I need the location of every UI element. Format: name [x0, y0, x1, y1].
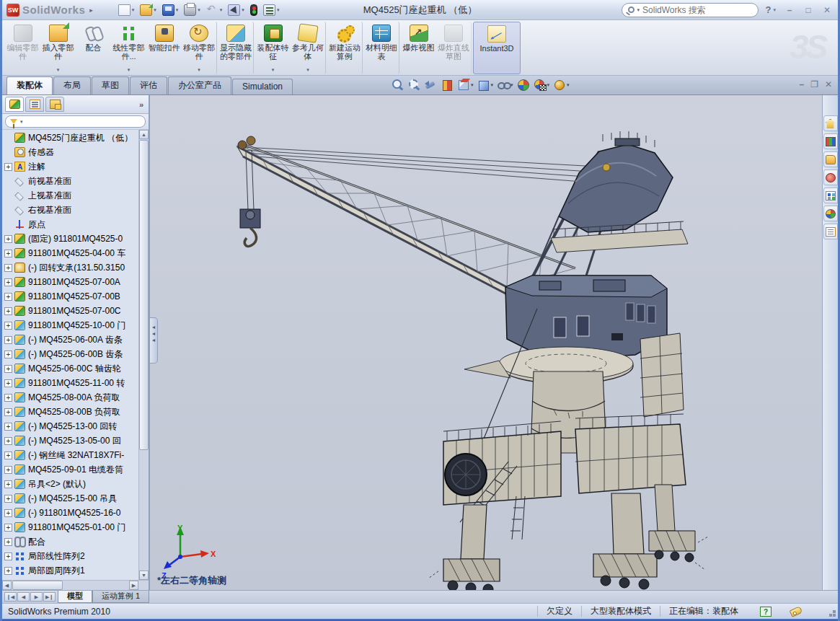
dropdown-arrow[interactable]: ▾: [547, 82, 550, 88]
ribbon-button[interactable]: 移动零部件 ▾: [182, 22, 217, 74]
close-button[interactable]: ✕: [819, 4, 835, 17]
tree-item[interactable]: + 911801MQ4525-10-00 门: [2, 318, 138, 332]
view-toolbar-button[interactable]: ▾: [390, 78, 404, 92]
task-pane-button[interactable]: [823, 133, 838, 149]
search-input[interactable]: [642, 5, 751, 15]
dropdown-arrow[interactable]: ▾: [491, 82, 494, 88]
tree-item[interactable]: + 吊具<2> (默认): [2, 477, 138, 491]
tree-item[interactable]: + 911801MQ4525-01-00 门: [2, 520, 138, 534]
ribbon-button[interactable]: Instant3D ▾: [473, 22, 521, 74]
quick-toolbar-button[interactable]: ▾: [138, 3, 159, 17]
document-tab[interactable]: 模型: [58, 591, 92, 603]
resize-grip[interactable]: [833, 614, 836, 617]
tree-item[interactable]: + (-) MQ4525-06-00B 齿条: [2, 347, 138, 361]
view-toolbar-button[interactable]: ▾: [496, 78, 514, 92]
expand-toggle[interactable]: +: [4, 552, 12, 560]
tree-item[interactable]: + (-) 回转支承(131.50.3150: [2, 260, 138, 275]
expand-toggle[interactable]: +: [4, 163, 12, 171]
tree-filter-field[interactable]: ▾: [5, 115, 146, 128]
view-toolbar-button[interactable]: ▾: [516, 78, 531, 92]
tree-item[interactable]: + (固定) 911801MQ4525-0: [2, 232, 138, 246]
task-pane-button[interactable]: [823, 151, 838, 167]
ribbon-button[interactable]: 智能扣件 ▾: [146, 22, 182, 74]
ribbon-button[interactable]: 显示隐藏的零部件 ▾: [218, 22, 254, 74]
scrollbar-thumb[interactable]: [139, 140, 149, 450]
tab-scroll-prev-button[interactable]: ◀: [17, 592, 30, 602]
tree-item[interactable]: + 传感器: [2, 145, 138, 159]
configuration-manager-tab[interactable]: [45, 97, 64, 112]
document-tab[interactable]: 运动算例 1: [92, 591, 149, 603]
ribbon-button[interactable]: 线性零部件... ▾: [111, 22, 146, 74]
expand-toggle[interactable]: +: [4, 408, 12, 416]
dropdown-arrow[interactable]: ▾: [242, 7, 244, 13]
ribbon-button[interactable]: 参考几何体 ▾: [291, 22, 326, 74]
tree-item[interactable]: + 配合: [2, 534, 138, 549]
dropdown-arrow[interactable]: ▾: [132, 7, 135, 13]
task-pane-button[interactable]: [823, 206, 838, 221]
search-box[interactable]: ▾: [622, 3, 759, 17]
tree-item[interactable]: + 原点: [2, 217, 138, 232]
panel-more-tabs-chevron[interactable]: »: [139, 100, 146, 109]
task-pane-button[interactable]: [823, 188, 838, 203]
expand-toggle[interactable]: +: [4, 495, 12, 503]
tree-item[interactable]: + 911801MQ4525-07-00C: [2, 304, 138, 318]
expand-toggle[interactable]: +: [4, 509, 12, 517]
ribbon-button[interactable]: 新建运动算例 ▾: [327, 22, 363, 74]
help-dropdown-arrow[interactable]: ▾: [773, 7, 776, 13]
tree-item[interactable]: + 右视基准面: [2, 203, 138, 217]
expand-toggle[interactable]: +: [4, 336, 12, 344]
status-tag-icon[interactable]: [790, 606, 803, 617]
expand-toggle[interactable]: +: [4, 307, 12, 315]
search-dropdown-arrow[interactable]: ▾: [637, 7, 640, 13]
expand-toggle[interactable]: +: [4, 567, 12, 575]
task-pane-button[interactable]: [823, 169, 838, 185]
graphics-viewport[interactable]: Y X Z *左右二等角轴测: [150, 95, 822, 590]
scroll-down-arrow[interactable]: ▼: [139, 571, 149, 580]
command-tab[interactable]: 评估: [130, 76, 167, 94]
tree-item[interactable]: + (-) 钢丝绳 32NAT18X7Fi-: [2, 448, 138, 462]
task-pane-button[interactable]: [823, 224, 838, 239]
tree-item[interactable]: + 局部圆周阵列1: [2, 563, 138, 578]
tree-item[interactable]: + 局部线性阵列2: [2, 549, 138, 563]
view-toolbar-button[interactable]: ▾: [456, 78, 474, 92]
task-pane-button[interactable]: [823, 115, 838, 131]
feature-manager-tab[interactable]: [5, 97, 24, 112]
expand-toggle[interactable]: +: [4, 524, 12, 532]
dropdown-arrow[interactable]: ▾: [306, 67, 309, 73]
crane-model[interactable]: [150, 95, 822, 590]
dropdown-arrow[interactable]: ▾: [198, 67, 200, 73]
quick-toolbar-button[interactable]: ▾: [248, 3, 260, 17]
view-toolbar-button[interactable]: ▾: [533, 78, 551, 92]
quick-toolbar-button[interactable]: ▾: [226, 3, 247, 17]
expand-toggle[interactable]: +: [4, 538, 12, 546]
help-button[interactable]: ?: [766, 4, 772, 15]
ribbon-button[interactable]: 插入零部件 ▾: [40, 22, 76, 74]
property-manager-tab[interactable]: [25, 97, 44, 112]
dropdown-arrow[interactable]: ▾: [277, 7, 280, 13]
command-tab[interactable]: 办公室产品: [168, 76, 231, 94]
tree-item[interactable]: + (-) MQ4525-13-00 回转: [2, 419, 138, 433]
view-toolbar-button[interactable]: ▾: [440, 78, 454, 92]
expand-toggle[interactable]: +: [4, 278, 12, 286]
scroll-right-arrow[interactable]: ▶: [129, 581, 138, 590]
view-toolbar-button[interactable]: ▾: [407, 78, 421, 92]
scrollbar-thumb[interactable]: [12, 581, 63, 590]
tree-item[interactable]: + 上视基准面: [2, 188, 138, 203]
tree-item[interactable]: + 注解: [2, 159, 138, 174]
doc-minimize-button[interactable]: –: [799, 79, 804, 89]
dropdown-arrow[interactable]: ▾: [57, 67, 60, 73]
tab-scroll-first-button[interactable]: ❙◀: [4, 592, 17, 602]
expand-toggle[interactable]: +: [4, 480, 12, 488]
tree-root-item[interactable]: MQ4525门座起重机 （低）: [2, 131, 138, 145]
scroll-up-arrow[interactable]: ▲: [139, 130, 149, 139]
tree-item[interactable]: + MQ4525-06-00C 轴齿轮: [2, 361, 138, 376]
expand-toggle[interactable]: +: [4, 250, 12, 257]
dropdown-arrow[interactable]: ▾: [198, 7, 200, 13]
tree-item[interactable]: + (-) 911801MQ4525-16-0: [2, 506, 138, 520]
tree-item[interactable]: + (-) MQ4525-15-00 吊具: [2, 491, 138, 506]
command-tab[interactable]: 草图: [92, 76, 129, 94]
tab-scroll-next-button[interactable]: ▶: [30, 592, 43, 602]
tree-item[interactable]: + MQ4525-09-01 电缆卷筒: [2, 462, 138, 477]
ribbon-button[interactable]: 编辑零部件 ▾: [5, 22, 40, 74]
dropdown-arrow[interactable]: ▾: [154, 7, 156, 13]
